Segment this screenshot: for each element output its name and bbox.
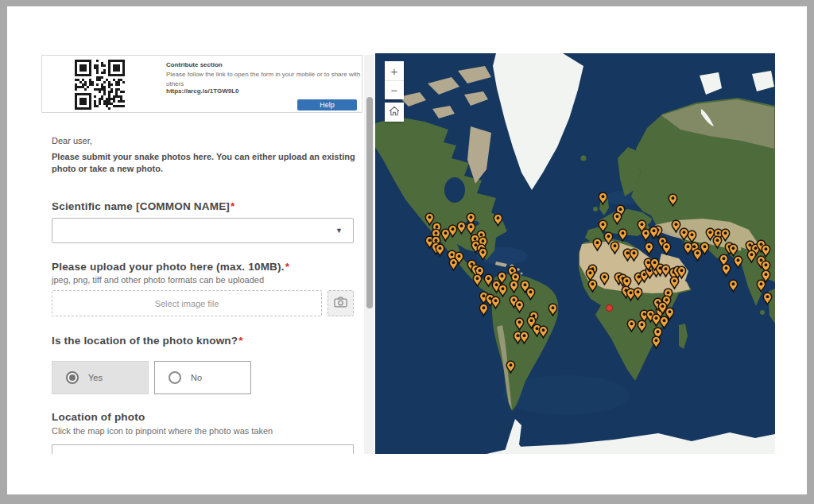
map-pin[interactable] <box>700 242 710 256</box>
banner-link[interactable]: https://arcg.is/1TGW9L0 <box>166 87 239 95</box>
radio-icon <box>66 371 79 384</box>
required-asterisk: * <box>238 335 242 347</box>
banner-description: Please follow the link to open the form … <box>166 70 362 88</box>
map-pin[interactable] <box>612 211 622 226</box>
map-pin[interactable] <box>472 273 483 288</box>
home-icon <box>389 105 400 119</box>
map-pin[interactable] <box>661 242 672 256</box>
intro-text: Please submit your snake photos here. Yo… <box>52 151 355 176</box>
screenshot-frame: Contribute section Please follow the lin… <box>0 0 814 504</box>
contribute-banner: Contribute section Please follow the lin… <box>41 55 362 113</box>
select-image-file-label: Select image file <box>155 299 219 308</box>
map-pin[interactable] <box>509 280 519 294</box>
map-pin[interactable] <box>762 292 773 306</box>
map-pin[interactable] <box>721 263 731 277</box>
zoom-widget: + − <box>385 61 404 99</box>
map-pin[interactable] <box>728 279 738 293</box>
map-pin[interactable] <box>598 192 608 206</box>
map-pin[interactable] <box>493 213 503 227</box>
map-pin[interactable] <box>435 243 445 258</box>
chevron-down-icon: ▼ <box>335 227 343 235</box>
map-pin[interactable] <box>478 247 488 262</box>
map-red-point[interactable] <box>606 304 613 312</box>
map-pin[interactable] <box>610 241 620 255</box>
photo-upload-label: Please upload your photo here (max. 10MB… <box>52 261 289 273</box>
map-pin[interactable] <box>514 317 525 331</box>
map-pin[interactable] <box>548 303 558 317</box>
map-pin[interactable] <box>448 258 459 272</box>
map-pin[interactable] <box>733 255 743 269</box>
location-known-label: Is the location of the photo known?* <box>52 335 243 347</box>
map-pin[interactable] <box>587 279 598 293</box>
map-pin[interactable] <box>668 193 678 207</box>
map-pin[interactable] <box>633 287 643 301</box>
map-pin[interactable] <box>592 238 603 252</box>
map-pin[interactable] <box>629 248 639 262</box>
zoom-out-button[interactable]: − <box>385 80 404 99</box>
help-button[interactable]: Help <box>297 99 357 110</box>
zoom-in-button[interactable]: + <box>385 61 404 80</box>
map-pin[interactable] <box>669 276 680 290</box>
form-scrollbar-track[interactable] <box>364 55 374 454</box>
scientific-name-label: Scientific name [COMMON NAME]* <box>52 200 235 212</box>
required-asterisk: * <box>231 200 235 212</box>
form-scrollbar-thumb[interactable] <box>366 97 373 308</box>
map-pin[interactable] <box>479 303 489 317</box>
map-pin[interactable] <box>626 319 637 333</box>
scientific-name-select[interactable]: ▼ <box>52 218 354 243</box>
scientific-name-label-text: Scientific name [COMMON NAME] <box>52 200 230 212</box>
map-pin[interactable] <box>720 228 731 242</box>
photo-upload-label-text: Please upload your photo here (max. 10MB… <box>52 261 285 273</box>
map-pin[interactable] <box>637 320 647 334</box>
map-pin[interactable] <box>644 242 654 256</box>
camera-icon <box>334 297 347 311</box>
map-pin[interactable] <box>649 258 660 272</box>
banner-title: Contribute section <box>166 61 223 68</box>
map-pin[interactable] <box>525 287 536 301</box>
qr-code-icon <box>75 60 125 110</box>
map-pin[interactable] <box>599 272 610 286</box>
map-pin[interactable] <box>506 360 516 374</box>
map-pin[interactable] <box>490 296 501 310</box>
map-pins-layer <box>375 53 775 454</box>
map-pin[interactable] <box>440 228 451 242</box>
map-pin[interactable] <box>519 331 529 345</box>
photo-location-hint: Click the map icon to pinpoint where the… <box>52 426 273 436</box>
required-asterisk: * <box>285 261 289 273</box>
home-button[interactable] <box>385 103 404 122</box>
map-pin[interactable] <box>761 269 771 284</box>
radio-option-yes[interactable]: Yes <box>52 361 149 394</box>
photo-location-input[interactable] <box>52 444 354 454</box>
location-known-label-text: Is the location of the photo known? <box>52 335 238 347</box>
map-pin[interactable] <box>538 325 548 339</box>
radio-icon <box>169 371 181 384</box>
greeting-text: Dear user, <box>52 136 92 145</box>
camera-button[interactable] <box>328 290 354 316</box>
survey-page: Contribute section Please follow the lin… <box>7 6 807 494</box>
photo-upload-hint: jpeg, png, tiff and other photo formats … <box>52 275 264 285</box>
world-map[interactable]: + − <box>375 53 775 454</box>
map-pin[interactable] <box>651 335 661 350</box>
photo-location-label: Location of photo <box>52 411 145 423</box>
map-pin[interactable] <box>514 300 525 314</box>
select-image-file-button[interactable]: Select image file <box>52 290 322 316</box>
radio-option-yes-label: Yes <box>88 373 103 382</box>
radio-option-no[interactable]: No <box>154 361 251 394</box>
radio-option-no-label: No <box>191 373 202 382</box>
